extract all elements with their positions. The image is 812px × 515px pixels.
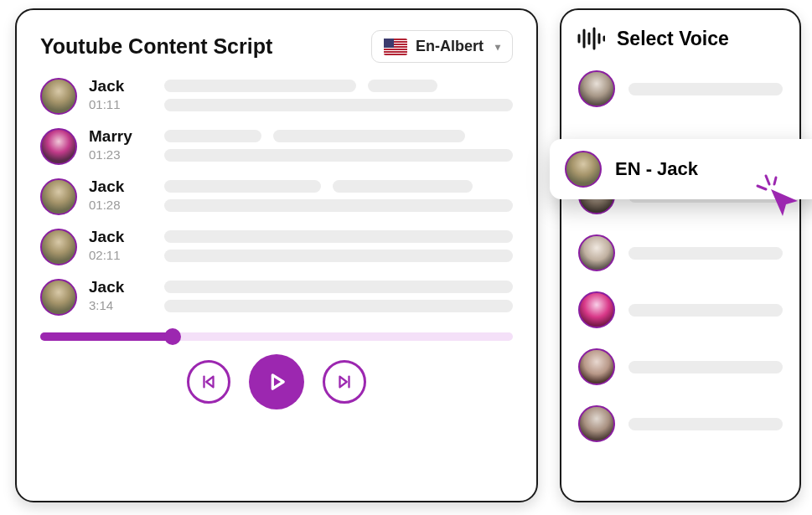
voice-title: Select Voice [617, 28, 729, 50]
text-placeholder [164, 128, 513, 162]
script-rows: Jack 01:11 Marry 01:23 Jack 01:2 [40, 78, 513, 316]
row-meta: Jack 02:11 [89, 229, 153, 262]
svg-line-7 [758, 186, 766, 189]
voice-placeholder [628, 247, 783, 260]
progress-bar[interactable] [40, 332, 513, 341]
cursor-icon [754, 173, 803, 221]
avatar [578, 405, 615, 442]
svg-line-8 [774, 178, 776, 184]
timestamp: 01:28 [89, 198, 153, 212]
avatar [578, 70, 615, 107]
timestamp: 02:11 [89, 248, 153, 262]
voice-card: Select Voice [560, 8, 801, 502]
text-placeholder [164, 279, 513, 312]
avatar [578, 291, 615, 328]
script-card: Youtube Content Script En-Albert ▾ Jack … [15, 8, 538, 502]
voice-placeholder [628, 304, 783, 317]
speaker-name: Jack [89, 229, 153, 246]
voice-list [577, 67, 784, 445]
skip-back-icon [199, 373, 218, 391]
script-row[interactable]: Jack 01:11 [40, 78, 513, 115]
avatar [40, 128, 77, 165]
language-label: En-Albert [416, 38, 484, 55]
avatar [578, 234, 615, 271]
speaker-name: Marry [89, 128, 153, 146]
play-button[interactable] [249, 354, 304, 409]
voice-item[interactable] [577, 231, 784, 275]
playback-controls [40, 354, 513, 409]
waveform-icon [577, 27, 605, 50]
script-row[interactable]: Marry 01:23 [40, 128, 513, 165]
avatar [40, 78, 77, 115]
row-meta: Jack 01:11 [89, 78, 153, 111]
voice-item[interactable] [577, 345, 784, 389]
voice-item[interactable] [577, 288, 784, 332]
play-icon [265, 370, 288, 394]
chevron-down-icon: ▾ [495, 41, 500, 53]
skip-forward-icon [335, 373, 354, 391]
avatar [578, 348, 615, 385]
script-row[interactable]: Jack 01:28 [40, 178, 513, 215]
previous-button[interactable] [187, 360, 230, 404]
progress-thumb[interactable] [164, 328, 181, 345]
row-meta: Jack 3:14 [89, 279, 153, 312]
voice-placeholder [628, 361, 783, 373]
voice-header: Select Voice [577, 27, 784, 50]
svg-line-6 [766, 176, 769, 184]
us-flag-icon [384, 39, 407, 55]
avatar [40, 279, 77, 316]
text-placeholder [164, 78, 513, 111]
avatar [565, 151, 602, 188]
voice-item[interactable] [577, 402, 784, 445]
script-row[interactable]: Jack 3:14 [40, 279, 513, 316]
text-placeholder [164, 178, 513, 212]
voice-placeholder [628, 418, 783, 430]
avatar [40, 178, 77, 215]
script-header: Youtube Content Script En-Albert ▾ [40, 30, 513, 63]
next-button[interactable] [323, 360, 366, 404]
selected-voice-label: EN - Jack [615, 158, 698, 180]
voice-placeholder [628, 83, 783, 95]
progress-fill [40, 332, 173, 341]
avatar [40, 229, 77, 265]
timestamp: 01:23 [89, 147, 153, 162]
timestamp: 3:14 [89, 298, 153, 312]
speaker-name: Jack [89, 78, 153, 95]
row-meta: Jack 01:28 [89, 178, 153, 212]
language-selector[interactable]: En-Albert ▾ [371, 30, 513, 63]
speaker-name: Jack [89, 279, 153, 296]
speaker-name: Jack [89, 178, 153, 196]
voice-item[interactable] [577, 67, 784, 111]
timestamp: 01:11 [89, 97, 153, 111]
row-meta: Marry 01:23 [89, 128, 153, 162]
script-title: Youtube Content Script [40, 34, 272, 59]
script-row[interactable]: Jack 02:11 [40, 229, 513, 265]
text-placeholder [164, 229, 513, 262]
